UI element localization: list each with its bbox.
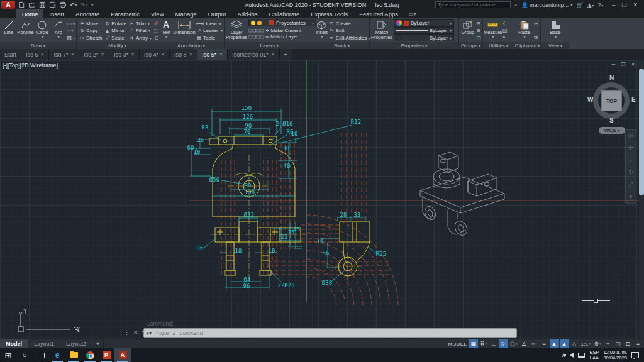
layer-lock-icon[interactable] — [264, 21, 267, 25]
ribbon-tab-parametric[interactable]: Parametric — [105, 9, 145, 18]
new-layout-button[interactable]: + — [92, 339, 104, 348]
new-file-icon[interactable] — [18, 1, 26, 9]
lineweight-icon[interactable]: ≡ — [540, 339, 549, 348]
linetype-dropdown[interactable]: ByLayer▾ — [394, 34, 454, 41]
command-line-bar[interactable]: ▸▾ — [143, 328, 517, 338]
viewport-minimize-icon[interactable]: ─ — [611, 62, 615, 67]
arc-button[interactable]: Arc▾ — [51, 19, 65, 42]
layout-tab-layout1[interactable]: Layout1 — [28, 339, 60, 348]
fillet-button[interactable]: ◜Fillet▾ — [129, 28, 152, 34]
ungroup-icon[interactable]: ⊟ — [476, 20, 481, 26]
help-search-input[interactable] — [435, 1, 511, 8]
viewcube-west[interactable]: W — [587, 96, 593, 103]
file-tab-isometrico-01[interactable]: Isometrico 01*✕ — [228, 49, 279, 60]
make-current-button[interactable]: ❏❏❏❏❖Make Current — [248, 28, 316, 33]
object-snap-tracking-icon[interactable]: ∠ — [519, 339, 529, 348]
close-tab-icon[interactable]: ✕ — [189, 52, 192, 57]
close-tab-icon[interactable]: ✕ — [161, 52, 165, 57]
copy-clip-icon[interactable]: ⧉ — [534, 35, 538, 41]
model-paper-toggle[interactable]: MODEL — [447, 339, 468, 348]
clipboard-panel-label[interactable]: Clipboard — [514, 42, 540, 49]
close-tab-icon[interactable]: ✕ — [219, 52, 223, 57]
edit-block-button[interactable]: ✎Edit — [329, 28, 370, 34]
close-tab-icon[interactable]: ✕ — [101, 52, 104, 57]
rotate-button[interactable]: ↻Rotate — [104, 20, 126, 26]
create-block-button[interactable]: ⊡Create — [329, 20, 370, 26]
viewcube-south[interactable]: S — [609, 117, 614, 124]
powerpoint-app-button[interactable]: P — [98, 348, 114, 362]
ribbon-tab-add-ins[interactable]: Add-ins — [231, 9, 263, 18]
block-panel-label[interactable]: Block — [314, 42, 369, 49]
plot-icon[interactable] — [58, 1, 67, 9]
close-tab-icon[interactable]: ✕ — [70, 52, 74, 57]
chrome-app-button[interactable] — [82, 348, 98, 362]
table-button[interactable]: ▦Table — [196, 35, 223, 41]
array-button[interactable]: ⠿Array▾ — [129, 35, 152, 41]
base-view-button[interactable]: Base▾ — [547, 19, 564, 42]
copy-button[interactable]: ⧉Copy — [79, 28, 102, 34]
language-indicator[interactable]: ESPLAA — [589, 349, 599, 361]
annotation-scale-icon[interactable]: △ — [570, 339, 579, 348]
lineweight-dropdown[interactable]: ByLayer▾ — [394, 27, 454, 35]
volume-icon[interactable] — [570, 353, 574, 358]
wcs-menu[interactable]: WCS▾ — [599, 127, 625, 134]
ellipse-icon[interactable]: ○▾ — [67, 28, 75, 34]
viewport-close-icon[interactable]: ✕ — [631, 62, 635, 67]
recent-commands-icon[interactable]: ▸▾ — [147, 331, 152, 336]
ribbon-tab-collaborate[interactable]: Collaborate — [264, 9, 306, 18]
draw-panel-label[interactable]: Draw — [0, 42, 76, 49]
network-icon[interactable] — [578, 353, 585, 358]
cortana-search-button[interactable]: ○ — [16, 348, 33, 362]
quick-select-icon[interactable]: ☇ — [502, 20, 508, 26]
ribbon-display-toggle-icon[interactable]: ▭▾ — [404, 9, 421, 18]
clock[interactable]: 12:00 a. m.30/04/2020 — [603, 349, 627, 361]
ortho-mode-icon[interactable]: ∟ — [489, 339, 498, 348]
paste-button[interactable]: Paste▾ — [516, 19, 533, 42]
group-edit-icon[interactable]: ⊞ — [476, 28, 481, 34]
dynamic-input-icon[interactable]: ⌖▾ — [530, 339, 539, 348]
scale-button[interactable]: ⤢Scale — [104, 35, 126, 41]
autocad-app-button[interactable]: A — [114, 348, 131, 362]
ribbon-tab-express-tools[interactable]: Express Tools — [305, 9, 353, 18]
start-button[interactable]: ⊞ — [0, 348, 16, 362]
autodesk-a-icon[interactable]: ◮▾ — [587, 2, 594, 8]
minimize-button[interactable]: – — [612, 2, 615, 8]
sign-in-user[interactable]: 👤 marcoantonip... ▾ — [521, 2, 572, 8]
ribbon-tab-manage[interactable]: Manage — [170, 9, 203, 18]
help-icon[interactable]: ?▾ — [597, 2, 603, 8]
polar-tracking-icon[interactable]: ⍉▾ — [499, 339, 508, 348]
hatch-icon[interactable]: ▨▾ — [67, 35, 75, 41]
id-point-icon[interactable]: ⌖ — [502, 35, 508, 41]
full-navigation-wheel-icon[interactable]: ◎ — [628, 133, 633, 139]
group-button[interactable]: Group — [460, 19, 475, 42]
layers-panel-label[interactable]: Layers — [225, 42, 314, 49]
file-tab-iso-5[interactable]: Iso 5*✕ — [197, 49, 228, 60]
move-button[interactable]: ✣Move — [79, 20, 102, 26]
viewport-restore-icon[interactable]: ❐ — [621, 62, 625, 67]
ribbon-tab-annotate[interactable]: Annotate — [70, 9, 105, 18]
viewcube-top-face[interactable]: TOP — [601, 90, 622, 111]
file-tab-iso-7[interactable]: Iso 7*✕ — [49, 49, 79, 60]
layout-tab-layout2[interactable]: Layout2 — [60, 339, 92, 348]
annotation-monitor-icon[interactable]: + — [603, 339, 613, 348]
close-tab-icon[interactable]: ✕ — [131, 52, 135, 57]
drawing-canvas[interactable]: 15012690702-Ø10R6R12103840R3256010Ø50901… — [0, 60, 644, 339]
ucs-icon[interactable] — [18, 312, 79, 332]
trim-button[interactable]: ✂Trim▾ — [129, 20, 152, 26]
action-center-icon[interactable] — [631, 352, 639, 358]
ribbon-tab-insert[interactable]: Insert — [43, 9, 70, 18]
undo-icon[interactable]: ↶▾ — [69, 1, 78, 9]
file-tab-iso-8[interactable]: Iso 8✕ — [170, 49, 197, 60]
zoom-extents-icon[interactable]: ⌕ — [629, 158, 632, 163]
show-motion-icon[interactable]: ⤢ — [628, 182, 633, 187]
file-tab-start[interactable]: Start — [0, 49, 21, 60]
file-tab-iso-4[interactable]: Iso 4*✕ — [140, 49, 170, 60]
quick-calculator-icon[interactable]: ▤ — [502, 28, 508, 34]
circle-button[interactable]: Circle▾ — [35, 19, 50, 42]
layer-properties-button[interactable]: Layer Properties — [226, 19, 247, 42]
save-icon[interactable] — [38, 1, 47, 9]
pan-icon[interactable]: ✣ — [628, 145, 633, 151]
ribbon-tab-view[interactable]: View — [145, 9, 169, 18]
text-button[interactable]: AText▾ — [160, 19, 172, 42]
edge-app-button[interactable]: e — [49, 348, 65, 362]
